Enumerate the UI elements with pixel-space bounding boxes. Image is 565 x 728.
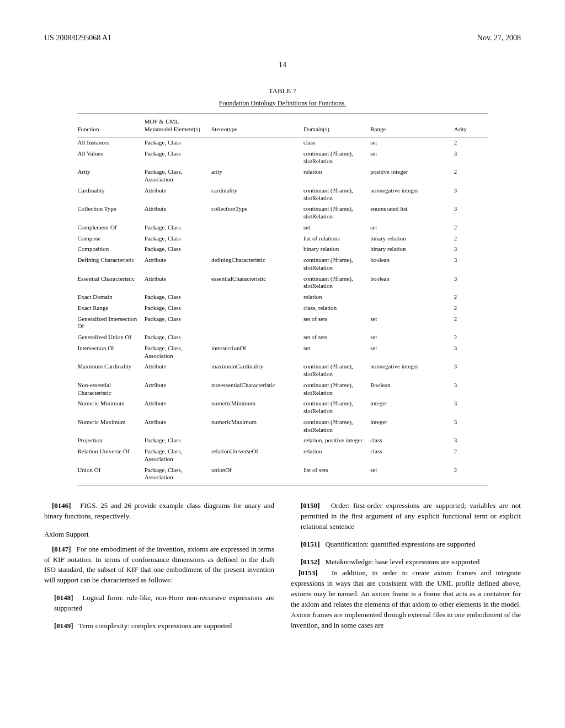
table-cell: numericMaximum: [211, 417, 303, 436]
table-cell: Generalized Intersection Of: [77, 314, 144, 333]
table-cell: [211, 292, 303, 303]
table-cell: [370, 303, 454, 314]
table-cell: continuant (?frame), slotRelation: [303, 204, 370, 222]
table-cell: Projection: [77, 435, 144, 446]
para-0150: [0150] Order: first-order expressions ar…: [301, 501, 521, 532]
table-cell: [211, 303, 303, 314]
table-cell: Relation Universe Of: [77, 446, 144, 465]
table-cell: class, relation: [303, 303, 370, 314]
table-cell: Package, Class, Association: [145, 343, 211, 362]
table-cell: set: [303, 343, 370, 362]
table-cell: continuant (?frame), slotRelation: [303, 185, 370, 204]
table-cell: 3: [454, 274, 488, 292]
table-cell: continuant (?frame), slotRelation: [303, 398, 370, 417]
table-caption: Foundation Ontology Definitions for Func…: [44, 99, 521, 108]
table-cell: set: [303, 222, 370, 233]
table-cell: set: [370, 343, 454, 362]
table-cell: Intersection Of: [77, 343, 144, 362]
table-cell: Attribute: [145, 380, 211, 399]
table-cell: Exact Domain: [77, 292, 144, 303]
table-cell: [211, 314, 303, 333]
table-cell: set: [370, 222, 454, 233]
para-num: [0152]: [301, 558, 320, 566]
publication-date: Nov. 27, 2008: [477, 33, 521, 44]
table-cell: set of sets: [303, 332, 370, 343]
table-row: Essential CharacteristicAttributeessenti…: [77, 274, 487, 292]
table-cell: 2: [454, 292, 488, 303]
table-row: Collection TypeAttributecollectionTypeco…: [77, 204, 487, 222]
table-cell: Collection Type: [77, 204, 144, 222]
table-cell: Attribute: [145, 417, 211, 436]
table-cell: [211, 332, 303, 343]
table-row: All InstancesPackage, Classclassset2: [77, 137, 487, 148]
table-cell: set: [370, 465, 454, 485]
table-cell: 2: [454, 332, 488, 343]
table-cell: binary relation: [370, 233, 454, 244]
table-cell: 2: [454, 233, 488, 244]
table-cell: definingCharacteristic: [211, 255, 303, 274]
table-cell: 3: [454, 361, 488, 380]
table-row: CompositionPackage, Classbinary relation…: [77, 244, 487, 255]
table-cell: class: [370, 446, 454, 465]
table-cell: [211, 222, 303, 233]
table-cell: Boolean: [370, 380, 454, 399]
table-cell: All Values: [77, 148, 144, 167]
table-cell: 3: [454, 435, 488, 446]
table-cell: relation: [303, 292, 370, 303]
table-row: Relation Universe OfPackage, Class, Asso…: [77, 446, 487, 465]
table-cell: 3: [454, 204, 488, 222]
table-cell: set of sets: [303, 314, 370, 333]
para-0148: [0148] Logical form: rule-like, non-Horn…: [54, 593, 274, 614]
table-cell: Package, Class: [145, 222, 211, 233]
table-cell: Essential Characteristic: [77, 274, 144, 292]
col-element: MOF & UML Metamodel Element(s): [145, 114, 211, 137]
table-row: CardinalityAttributecardinalitycontinuan…: [77, 185, 487, 204]
table-cell: binary relation: [303, 244, 370, 255]
table-cell: Package, Class: [145, 233, 211, 244]
para-text: For one embodiment of the invention, axi…: [44, 545, 274, 585]
table-cell: maximumCardinality: [211, 361, 303, 380]
table-row: Intersection OfPackage, Class, Associati…: [77, 343, 487, 362]
table-cell: integer: [370, 398, 454, 417]
table-cell: Package, Class: [145, 435, 211, 446]
para-text: Quantification: quantified expressions a…: [325, 540, 475, 548]
table-cell: relationUniverseOf: [211, 446, 303, 465]
table-cell: Non-essential Characteristic: [77, 380, 144, 399]
col-arity: Arity: [454, 114, 488, 137]
para-text: Term complexity: complex expressions are…: [78, 622, 232, 630]
table-cell: numericMinimum: [211, 398, 303, 417]
axiom-support-heading: Axiom Support: [44, 529, 274, 540]
table-cell: [211, 233, 303, 244]
table-cell: intersectionOf: [211, 343, 303, 362]
table-cell: Defining Characteristic: [77, 255, 144, 274]
table-cell: 3: [454, 148, 488, 167]
table-cell: essentialCharacteristic: [211, 274, 303, 292]
table-cell: enumerated list: [370, 204, 454, 222]
table-cell: integer: [370, 417, 454, 436]
table-cell: Package, Class: [145, 244, 211, 255]
functions-table: Function MOF & UML Metamodel Element(s) …: [77, 114, 487, 486]
table-cell: continuant (?frame), slotRelation: [303, 274, 370, 292]
table-row: Maximum CardinalityAttributemaximumCardi…: [77, 361, 487, 380]
table-cell: continuant (?frame), slotRelation: [303, 361, 370, 380]
table-cell: list of sets: [303, 465, 370, 485]
table-cell: [211, 137, 303, 148]
table-cell: class: [303, 137, 370, 148]
table-cell: Attribute: [145, 274, 211, 292]
table-cell: set: [370, 314, 454, 333]
para-0146: [0146] FIGS. 25 and 26 provide example c…: [44, 501, 274, 522]
table-cell: Arity: [77, 167, 144, 185]
table-cell: Attribute: [145, 361, 211, 380]
table-cell: set: [370, 137, 454, 148]
para-text: In addition, in order to create axiom fr…: [291, 569, 521, 629]
para-num: [0149]: [54, 622, 73, 630]
para-0151: [0151] Quantification: quantified expres…: [301, 539, 521, 550]
table-row: Numeric MinimumAttributenumericMinimumco…: [77, 398, 487, 417]
para-num: [0148]: [54, 593, 73, 602]
table-cell: 2: [454, 314, 488, 333]
table-cell: 2: [454, 303, 488, 314]
para-text: Logical form: rule-like, non-Horn non-re…: [54, 593, 274, 612]
para-num: [0147]: [52, 545, 71, 553]
table-cell: [211, 148, 303, 167]
table-cell: Complement Of: [77, 222, 144, 233]
